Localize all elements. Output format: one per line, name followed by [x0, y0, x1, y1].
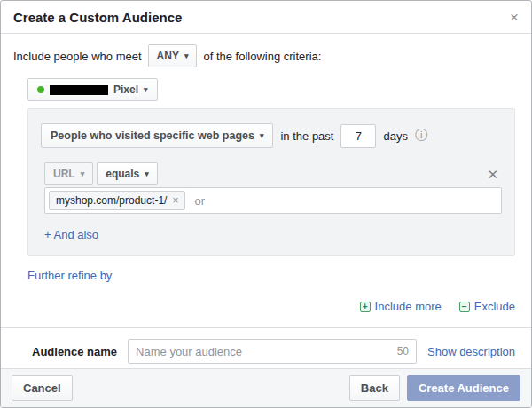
or-placeholder-text: or — [194, 194, 205, 208]
redacted-pixel-name — [50, 85, 108, 95]
footer-right-group: Back Create Audience — [349, 375, 520, 401]
pixel-active-status-icon — [37, 86, 44, 93]
rule-panel: People who visited specific web pages ▾ … — [27, 108, 515, 256]
pixel-row: Pixel ▾ — [27, 78, 531, 101]
include-more-label: Include more — [375, 300, 442, 313]
url-field-dropdown[interactable]: URL ▾ — [44, 162, 93, 185]
audience-name-label: Audience name — [32, 345, 117, 358]
and-also-row: + And also — [44, 228, 502, 241]
create-custom-audience-dialog: Create a Custom Audience × Include peopl… — [0, 0, 532, 408]
url-tag: myshop.com/product-1/ × — [49, 191, 185, 210]
back-button[interactable]: Back — [349, 375, 400, 401]
include-more-link[interactable]: + Include more — [360, 300, 442, 313]
days-text: days — [383, 129, 407, 143]
further-refine-link[interactable]: Further refine by — [27, 269, 112, 282]
event-dropdown-value: People who visited specific web pages — [51, 129, 254, 142]
url-tag-text: myshop.com/product-1/ — [56, 194, 167, 207]
dialog-title: Create a Custom Audience — [13, 10, 182, 25]
rule-event-row: People who visited specific web pages ▾ … — [41, 123, 502, 148]
audience-name-input[interactable] — [136, 345, 397, 358]
in-the-past-text: in the past — [280, 129, 333, 143]
caret-down-icon: ▾ — [184, 52, 189, 60]
caret-down-icon: ▾ — [144, 86, 148, 94]
include-more-icon: + — [360, 302, 371, 312]
url-values-input[interactable]: myshop.com/product-1/ × or — [44, 187, 502, 214]
caret-down-icon: ▾ — [260, 132, 264, 140]
criteria-suffix-text: of the following criteria: — [203, 50, 321, 63]
show-description-link[interactable]: Show description — [427, 345, 515, 358]
create-audience-button[interactable]: Create Audience — [407, 375, 520, 401]
audience-name-row: Audience name 50 Show description — [1, 328, 531, 364]
include-exclude-row: + Include more − Exclude — [1, 300, 515, 313]
exclude-label: Exclude — [474, 300, 515, 313]
dialog-header: Create a Custom Audience × — [1, 1, 531, 34]
operator-dropdown[interactable]: equals ▾ — [97, 162, 158, 185]
dialog-footer: Cancel Back Create Audience — [1, 368, 531, 407]
remove-tag-icon[interactable]: × — [172, 195, 178, 206]
criteria-prefix-text: Include people who meet — [13, 50, 142, 63]
audience-name-input-wrap: 50 — [128, 339, 417, 364]
exclude-link[interactable]: − Exclude — [459, 300, 515, 313]
operator-value: equals — [106, 168, 139, 180]
exclude-icon: − — [459, 302, 470, 312]
match-type-value: ANY — [157, 50, 179, 62]
event-dropdown[interactable]: People who visited specific web pages ▾ — [41, 123, 273, 148]
url-operator-row: URL ▾ equals ▾ ✕ — [44, 162, 502, 185]
caret-down-icon: ▾ — [81, 170, 85, 178]
criteria-intro-row: Include people who meet ANY ▾ of the fol… — [13, 44, 519, 67]
further-refine-row: Further refine by — [27, 269, 531, 282]
url-field-value: URL — [53, 168, 75, 180]
match-type-dropdown[interactable]: ANY ▾ — [148, 44, 198, 67]
close-icon[interactable]: × — [510, 10, 519, 25]
char-counter: 50 — [397, 345, 409, 357]
and-also-link[interactable]: + And also — [44, 228, 98, 241]
days-input[interactable] — [340, 124, 376, 148]
pixel-label: Pixel — [113, 83, 138, 96]
caret-down-icon: ▾ — [145, 170, 149, 178]
info-icon[interactable]: ⓘ — [415, 128, 427, 144]
cancel-button[interactable]: Cancel — [12, 375, 73, 401]
remove-rule-icon[interactable]: ✕ — [483, 168, 502, 181]
pixel-dropdown[interactable]: Pixel ▾ — [27, 78, 158, 101]
